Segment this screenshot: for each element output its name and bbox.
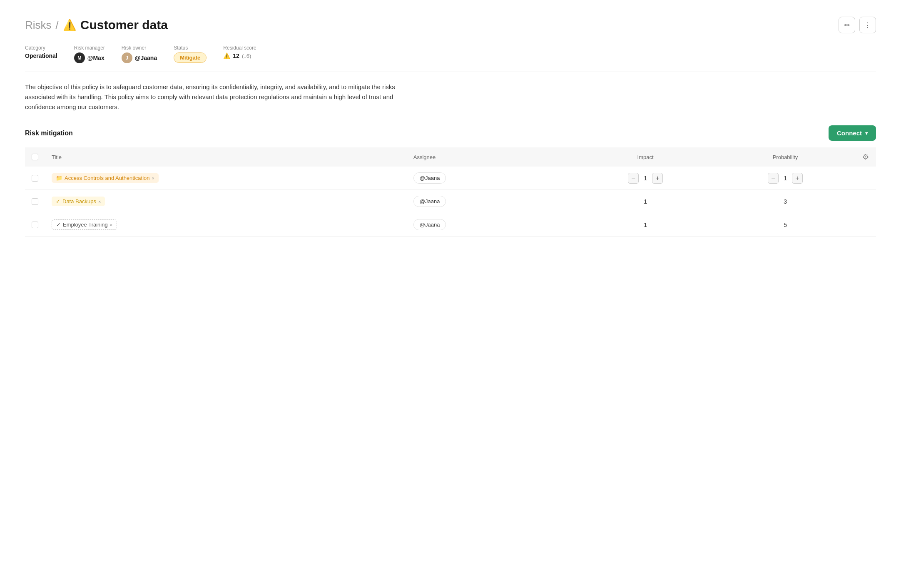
col-title-header: Title <box>45 147 407 167</box>
row1-checkbox-cell <box>25 167 45 190</box>
row2-tag-close[interactable]: × <box>98 199 101 204</box>
meta-row: Category Operational Risk manager M @Max… <box>25 45 876 63</box>
check-dashed-icon: ✓ <box>56 222 61 228</box>
risk-owner-value: @Jaana <box>135 55 157 61</box>
connect-label: Connect <box>837 130 862 137</box>
row2-impact-value: 1 <box>644 198 647 205</box>
row2-probability-value: 3 <box>784 198 787 205</box>
risk-manager-value: @Max <box>87 55 105 61</box>
breadcrumb-sep: / <box>56 19 59 32</box>
page-header: Risks / ⚠️ Customer data ✏ ⋮ <box>25 17 876 33</box>
row3-impact-cell: 1 <box>575 213 715 237</box>
row1-checkbox[interactable] <box>32 175 38 182</box>
warning-icon: ⚠️ <box>63 19 76 32</box>
more-button[interactable]: ⋮ <box>859 17 876 33</box>
table-row: 📁 Access Controls and Authentication × @… <box>25 167 876 190</box>
row1-probability-stepper: − 1 + <box>768 173 803 184</box>
check-icon: ✓ <box>56 198 60 204</box>
score-number: 12 <box>233 52 239 59</box>
row1-assignee[interactable]: @Jaana <box>413 172 446 184</box>
row1-probability-decrement[interactable]: − <box>768 173 779 184</box>
risk-manager-label: Risk manager <box>74 45 105 51</box>
status-label: Status <box>174 45 207 51</box>
avatar-jaana: J <box>122 52 132 63</box>
page-title: Customer data <box>80 18 168 32</box>
row1-impact-value: 1 <box>641 175 650 182</box>
row2-tag-label: Data Backups <box>62 198 96 204</box>
risk-owner-user: J @Jaana <box>122 52 157 63</box>
edit-icon: ✏ <box>844 21 850 29</box>
gear-icon[interactable]: ⚙ <box>862 153 869 161</box>
risk-owner-label: Risk owner <box>122 45 157 51</box>
category-meta: Category Operational <box>25 45 57 59</box>
row3-actions-cell <box>855 213 876 237</box>
residual-score-value: ⚠️ 12 (↓6) <box>223 52 256 59</box>
row3-impact-value: 1 <box>644 222 647 228</box>
row3-probability-value: 5 <box>784 222 787 228</box>
row3-title-cell: ✓ Employee Training × <box>45 213 407 237</box>
row1-actions-cell <box>855 167 876 190</box>
row2-assignee[interactable]: @Jaana <box>413 196 446 207</box>
row1-title-cell: 📁 Access Controls and Authentication × <box>45 167 407 190</box>
category-value: Operational <box>25 52 57 59</box>
table-row: ✓ Data Backups × @Jaana 1 3 <box>25 190 876 213</box>
risk-manager-meta: Risk manager M @Max <box>74 45 105 63</box>
row3-tag-label: Employee Training <box>63 222 108 228</box>
row3-assignee[interactable]: @Jaana <box>413 219 446 230</box>
breadcrumb-title: Risks / ⚠️ Customer data <box>25 18 168 32</box>
col-probability-header: Probability <box>715 147 855 167</box>
breadcrumb-risks[interactable]: Risks <box>25 19 52 32</box>
edit-button[interactable]: ✏ <box>839 17 855 33</box>
connect-button[interactable]: Connect ▾ <box>829 125 876 141</box>
row3-tag[interactable]: ✓ Employee Training × <box>52 219 117 230</box>
row1-impact-stepper: − 1 + <box>628 173 663 184</box>
table-head: Title Assignee Impact Probability ⚙ <box>25 147 876 167</box>
row2-checkbox-cell <box>25 190 45 213</box>
row1-tag-label: Access Controls and Authentication <box>65 175 150 181</box>
row3-tag-close[interactable]: × <box>110 222 112 227</box>
row2-impact-cell: 1 <box>575 190 715 213</box>
status-badge[interactable]: Mitigate <box>174 52 207 63</box>
row1-impact-cell: − 1 + <box>575 167 715 190</box>
col-assignee-header: Assignee <box>407 147 575 167</box>
table-header-row: Title Assignee Impact Probability ⚙ <box>25 147 876 167</box>
row1-probability-increment[interactable]: + <box>792 173 803 184</box>
row3-assignee-cell: @Jaana <box>407 213 575 237</box>
row2-assignee-cell: @Jaana <box>407 190 575 213</box>
row2-probability-cell: 3 <box>715 190 855 213</box>
status-meta: Status Mitigate <box>174 45 207 63</box>
table-body: 📁 Access Controls and Authentication × @… <box>25 167 876 237</box>
row1-impact-decrement[interactable]: − <box>628 173 639 184</box>
row1-impact-increment[interactable]: + <box>652 173 663 184</box>
row1-probability-value: 1 <box>781 175 789 182</box>
risk-table: Title Assignee Impact Probability ⚙ 📁 Ac… <box>25 147 876 237</box>
row2-actions-cell <box>855 190 876 213</box>
row1-assignee-cell: @Jaana <box>407 167 575 190</box>
header-actions: ✏ ⋮ <box>839 17 876 33</box>
chevron-down-icon: ▾ <box>865 130 868 136</box>
row3-probability-cell: 5 <box>715 213 855 237</box>
row1-tag[interactable]: 📁 Access Controls and Authentication × <box>52 173 159 183</box>
warning-score-icon: ⚠️ <box>223 52 230 59</box>
row1-tag-close[interactable]: × <box>152 176 154 181</box>
col-impact-header: Impact <box>575 147 715 167</box>
col-settings-header: ⚙ <box>855 147 876 167</box>
category-label: Category <box>25 45 57 51</box>
residual-score-label: Residual score <box>223 45 256 51</box>
section-title: Risk mitigation <box>25 130 73 137</box>
row3-checkbox[interactable] <box>32 222 38 228</box>
residual-score-meta: Residual score ⚠️ 12 (↓6) <box>223 45 256 59</box>
row2-tag[interactable]: ✓ Data Backups × <box>52 197 105 206</box>
row2-checkbox[interactable] <box>32 198 38 205</box>
col-checkbox-header <box>25 147 45 167</box>
folder-icon: 📁 <box>56 175 62 181</box>
divider <box>25 72 876 72</box>
description-text: The objective of this policy is to safeg… <box>25 82 400 112</box>
risk-owner-meta: Risk owner J @Jaana <box>122 45 157 63</box>
row2-title-cell: ✓ Data Backups × <box>45 190 407 213</box>
select-all-checkbox[interactable] <box>32 154 38 160</box>
risk-manager-user: M @Max <box>74 52 105 63</box>
risk-mitigation-header: Risk mitigation Connect ▾ <box>25 125 876 141</box>
score-down: (↓6) <box>242 53 251 59</box>
row1-probability-cell: − 1 + <box>715 167 855 190</box>
